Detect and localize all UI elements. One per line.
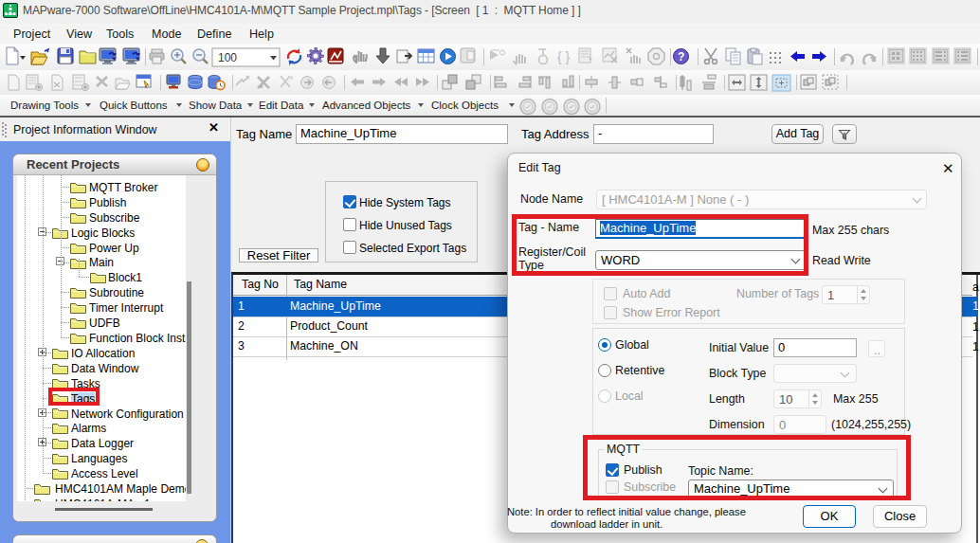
- svg-text:100: 100: [218, 51, 237, 64]
- svg-text:?: ?: [678, 50, 684, 63]
- svg-text:{ }: { }: [557, 49, 571, 64]
